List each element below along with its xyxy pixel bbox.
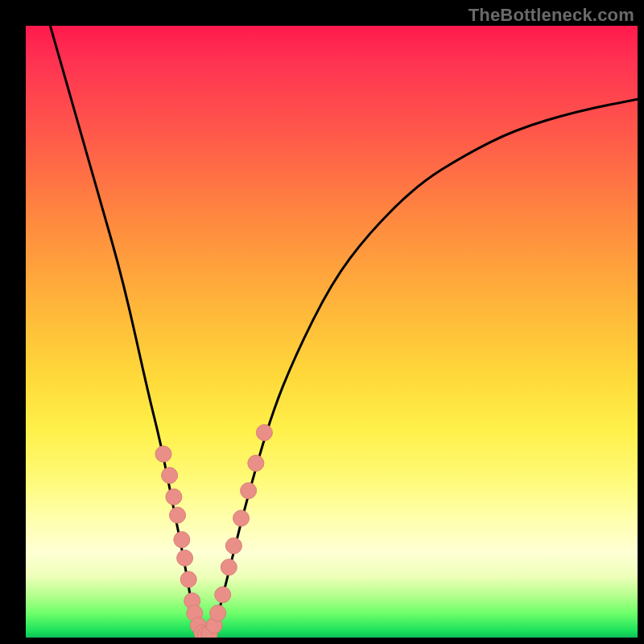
data-point-marker bbox=[177, 550, 193, 566]
data-point-marker bbox=[225, 538, 242, 554]
data-point-marker bbox=[241, 483, 257, 499]
data-point-marker bbox=[162, 468, 178, 484]
data-point-marker bbox=[221, 559, 237, 576]
data-point-marker bbox=[248, 455, 264, 471]
bottleneck-curve-path bbox=[50, 26, 638, 638]
data-point-marker bbox=[210, 605, 226, 621]
data-point-marker bbox=[170, 507, 186, 523]
attribution-label: TheBottleneck.com bbox=[469, 5, 634, 26]
curve-series bbox=[50, 26, 638, 638]
data-point-marker bbox=[215, 587, 231, 603]
data-point-marker bbox=[174, 531, 190, 547]
chart-frame: TheBottleneck.com bbox=[0, 0, 644, 644]
data-point-marker bbox=[155, 446, 171, 462]
chart-svg bbox=[26, 26, 638, 638]
plot-area bbox=[26, 26, 638, 638]
marker-cluster bbox=[155, 424, 272, 638]
data-point-marker bbox=[233, 510, 250, 526]
data-point-marker bbox=[180, 572, 196, 588]
data-point-marker bbox=[166, 489, 182, 505]
data-point-marker bbox=[256, 424, 272, 440]
